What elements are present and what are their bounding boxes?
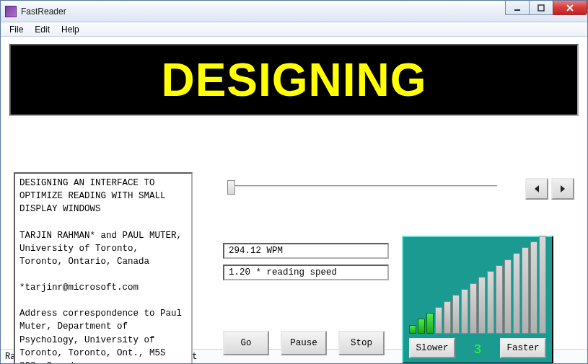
slider-thumb[interactable] [227, 180, 235, 195]
pause-button[interactable]: Pause [281, 331, 327, 355]
menu-help[interactable]: Help [56, 23, 85, 36]
speed-bar [470, 283, 477, 334]
speed-bar [461, 289, 468, 334]
slider-track [232, 185, 497, 187]
speed-bar [409, 325, 416, 334]
position-slider[interactable] [223, 178, 497, 197]
wpm-readout: 294.12 WPM [223, 243, 389, 259]
client-area: DESIGNING DESIGNING AN INTERFACE TO OPTI… [1, 37, 587, 349]
window-titlebar: FastReader [1, 1, 587, 22]
menubar: File Edit Help [1, 22, 587, 37]
stop-button[interactable]: Stop [338, 331, 385, 355]
menu-edit[interactable]: Edit [29, 23, 56, 36]
current-word: DESIGNING [161, 53, 426, 107]
close-button[interactable] [553, 1, 587, 15]
speed-bar [487, 271, 494, 334]
prev-button[interactable] [525, 178, 548, 200]
speed-bar [478, 277, 486, 334]
speed-bar [426, 313, 434, 334]
speed-bar [513, 253, 520, 334]
word-display-panel: DESIGNING [9, 44, 579, 116]
speed-bar [496, 265, 503, 334]
speed-bar [444, 301, 451, 334]
source-text-box[interactable]: DESIGNING AN INTERFACE TO OPTIMIZE READI… [14, 172, 193, 364]
speed-bar [418, 319, 425, 334]
speed-bar [435, 307, 442, 334]
speed-visualizer: Slower 3 Faster [402, 236, 553, 364]
speed-bar [530, 241, 537, 334]
window-title: FastReader [21, 6, 66, 17]
go-button[interactable]: Go [223, 331, 269, 355]
app-icon [5, 6, 17, 17]
speed-readout: 1.20 * reading speed [223, 265, 389, 280]
maximize-button[interactable] [529, 1, 553, 15]
faster-button[interactable]: Faster [500, 338, 546, 358]
svg-rect-0 [514, 9, 520, 11]
svg-rect-1 [538, 5, 544, 11]
nav-buttons [525, 178, 574, 200]
speed-bar [504, 259, 512, 334]
speed-bar [539, 236, 546, 334]
speed-bars [409, 244, 546, 334]
menu-file[interactable]: File [4, 23, 29, 36]
window-controls [506, 1, 587, 15]
speed-bar [522, 247, 529, 334]
speed-bar [452, 295, 460, 334]
next-button[interactable] [551, 178, 574, 200]
minimize-button[interactable] [505, 1, 530, 15]
